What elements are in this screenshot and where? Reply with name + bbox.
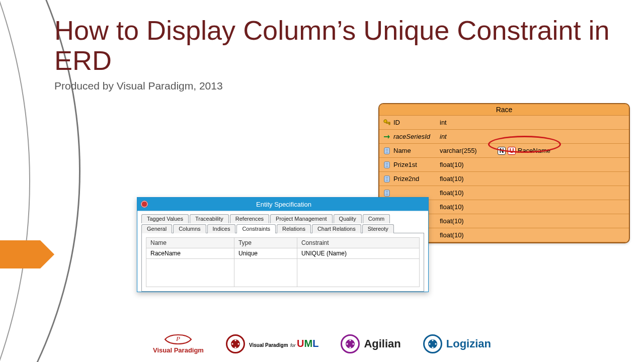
logo-label: Logizian [446,337,491,350]
svg-point-42 [347,343,348,344]
tab-traceability[interactable]: Traceability [190,214,229,223]
erd-column-row[interactable]: raceSeriesIdint [379,130,629,144]
svg-point-41 [350,346,351,348]
tab-references[interactable]: References [230,214,269,223]
svg-point-46 [432,346,433,348]
dialog-titlebar[interactable]: Entity Specification [137,198,428,211]
constraint-name: RaceName [518,147,550,154]
table-header-row: NameTypeConstraint [146,238,420,248]
foreign-key-icon [382,132,391,141]
table-filler-row [146,259,420,287]
vp-eye-icon: P [164,333,192,345]
svg-point-35 [237,343,239,344]
tab-constraints[interactable]: Constraints [236,224,276,233]
column-name: Prize2nd [393,175,440,183]
logizian-mark-icon [423,334,442,353]
badge-u-icon: U [508,147,516,155]
svg-rect-2 [389,123,390,125]
erd-column-row[interactable]: IDint [379,116,629,130]
column-header[interactable]: Constraint [297,238,419,248]
slide: How to Display Column’s Unique Constrain… [0,0,644,362]
tab-indices[interactable]: Indices [207,224,236,233]
slide-title: How to Display Column’s Unique Constrain… [54,15,624,76]
app-icon [140,200,148,208]
svg-point-45 [435,343,436,344]
column-extra: NURaceName [498,147,550,155]
column-icon [382,160,391,169]
tab-relations[interactable]: Relations [277,224,311,233]
erd-entity-name: Race [379,104,629,116]
svg-point-36 [234,346,236,348]
key-icon [382,118,391,127]
svg-point-37 [231,343,233,344]
column-type: float(10) [440,161,498,168]
dialog-title: Entity Specification [151,201,428,208]
agilian-mark-icon [341,334,360,353]
tab-columns[interactable]: Columns [173,224,206,233]
column-icon [382,189,391,198]
uml-mark-icon [226,334,245,353]
logos-row: P Visual Paradigm Visual Paradigm for UM… [0,333,644,354]
column-icon [382,146,391,155]
table-row[interactable]: RaceNameUniqueUNIQUE (Name) [146,248,420,259]
column-name: raceSeriesId [393,133,440,140]
tab-chart-relations[interactable]: Chart Relations [312,224,361,233]
column-type: float(10) [440,175,498,183]
decorative-arrow [0,240,40,268]
erd-column-row[interactable]: Prize2ndfloat(10) [379,172,629,186]
column-header[interactable]: Name [146,238,234,248]
cell-name[interactable]: RaceName [146,248,234,259]
tabs-row-bottom: GeneralColumnsIndicesConstraintsRelation… [141,224,424,233]
svg-point-47 [429,343,430,344]
erd-column-row[interactable]: Namevarchar(255)NURaceName [379,144,629,158]
cell-type[interactable]: Unique [234,248,297,259]
cell-constraint[interactable]: UNIQUE (Name) [297,248,419,259]
title-block: How to Display Column’s Unique Constrain… [54,15,624,92]
tab-stereoty[interactable]: Stereoty [362,224,394,233]
badge-n-icon: N [498,147,506,155]
column-type: float(10) [440,189,498,197]
tab-panel-constraints: NameTypeConstraint RaceNameUniqueUNIQUE … [141,233,424,292]
logo-label: Agilian [364,337,400,350]
svg-point-31 [141,201,148,208]
logo-visual-paradigm: P Visual Paradigm [153,333,204,354]
tab-comm[interactable]: Comm [363,214,390,223]
svg-text:P: P [176,335,180,342]
column-name: Name [393,147,440,154]
logo-vp-uml: Visual Paradigm for UML [226,334,318,353]
column-name: ID [393,119,440,126]
svg-point-40 [353,343,354,344]
column-header[interactable]: Type [234,238,297,248]
dialog-body: Tagged ValuesTraceabilityReferencesProje… [137,211,428,292]
column-type: varchar(255) [440,147,498,154]
column-type: float(10) [440,231,498,239]
erd-column-row[interactable]: Prize1stfloat(10) [379,158,629,172]
tab-quality[interactable]: Quality [334,214,362,223]
entity-specification-dialog[interactable]: Entity Specification Tagged ValuesTracea… [137,197,429,292]
column-type: float(10) [440,217,498,225]
column-type: int [440,119,498,126]
column-type: int [440,133,498,140]
constraints-grid[interactable]: NameTypeConstraint RaceNameUniqueUNIQUE … [146,237,420,287]
column-icon [382,174,391,184]
column-name: Prize1st [393,161,440,168]
logo-logizian: Logizian [423,334,491,353]
svg-point-44 [432,339,433,341]
tab-general[interactable]: General [141,224,172,233]
logo-agilian: Agilian [341,334,400,353]
tab-tagged-values[interactable]: Tagged Values [141,214,189,223]
logo-label: Visual Paradigm [153,346,204,354]
tab-project-management[interactable]: Project Management [270,214,333,223]
svg-point-39 [350,339,351,341]
slide-subtitle: Produced by Visual Paradigm, 2013 [54,80,624,92]
svg-point-34 [234,339,236,341]
column-type: float(10) [440,203,498,211]
tabs-row-top: Tagged ValuesTraceabilityReferencesProje… [141,214,424,223]
logo-label: Visual Paradigm for UML [249,338,318,349]
